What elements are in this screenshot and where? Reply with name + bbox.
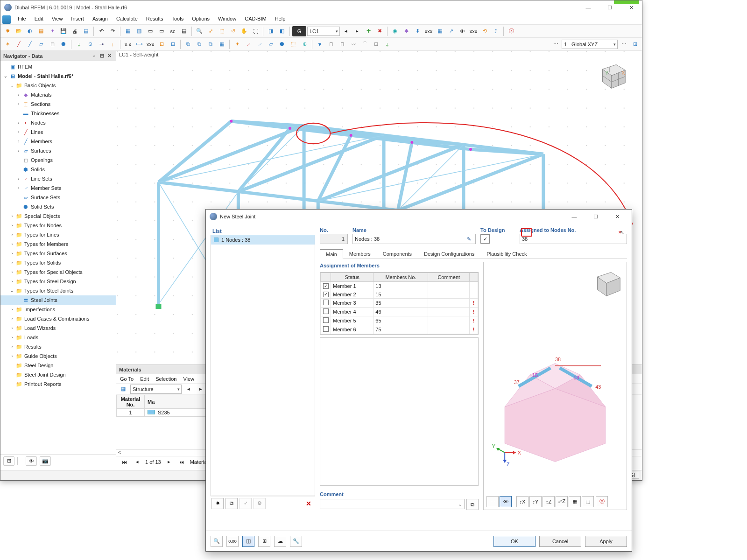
tree-item[interactable]: ›▱Surfaces: [0, 146, 116, 155]
tree-item[interactable]: 📁Printout Reports: [0, 379, 116, 389]
nav-camera-icon[interactable]: 📷: [40, 456, 51, 466]
tab-components[interactable]: Components: [377, 249, 418, 259]
footer-help-icon[interactable]: 🔍: [211, 536, 223, 547]
member-checkbox[interactable]: [323, 317, 329, 323]
member-checkbox[interactable]: [323, 326, 329, 332]
gen1-icon[interactable]: ✦: [232, 39, 242, 49]
tree-item[interactable]: ›📁Guide Objects: [0, 351, 116, 361]
cancel-button[interactable]: Cancel: [539, 536, 581, 547]
menu-cadbim[interactable]: CAD-BIM: [240, 14, 270, 24]
view2-icon[interactable]: ◧: [277, 26, 287, 36]
members-table[interactable]: Status Members No. Comment ✓Member 113✓M…: [320, 272, 479, 335]
tree-item[interactable]: ▬Thicknesses: [0, 109, 116, 118]
display1-icon[interactable]: ◉: [390, 26, 400, 36]
pv-viewz-icon[interactable]: ↕Z: [543, 496, 555, 507]
member-checkbox[interactable]: ✓: [323, 292, 329, 297]
table1-icon[interactable]: ▦: [123, 26, 133, 36]
menu-results[interactable]: Results: [142, 14, 168, 24]
display9-icon[interactable]: ⟲: [479, 26, 490, 36]
load-tool-icon[interactable]: ↓: [107, 39, 118, 49]
gen3-icon[interactable]: ⟋: [254, 39, 265, 49]
tree-item[interactable]: ›📁Load Wizards: [0, 323, 116, 333]
orientation-cube[interactable]: X Y: [593, 56, 630, 93]
materials-selection[interactable]: Selection: [155, 376, 176, 382]
footer-view1-icon[interactable]: ◫: [242, 536, 254, 547]
tree-basic-objects[interactable]: ⌄📁Basic Objects: [0, 81, 116, 90]
display4-icon[interactable]: xxx: [423, 26, 434, 36]
materials-prev-icon[interactable]: ◂: [183, 384, 194, 394]
tree-root[interactable]: ▣RFEM: [0, 62, 116, 71]
support-tool-icon[interactable]: ⏚: [74, 39, 84, 49]
tree-item[interactable]: ⬢Solids: [0, 165, 116, 174]
save-icon[interactable]: 💾: [58, 26, 69, 36]
tree-item[interactable]: ›📁Types for Nodes: [0, 221, 116, 230]
node-tool-icon[interactable]: ✶: [2, 39, 13, 49]
beam6-icon[interactable]: ⏚: [382, 39, 392, 49]
display7-icon[interactable]: 👁: [457, 26, 467, 36]
tree-item[interactable]: ⬢Solid Sets: [0, 202, 116, 211]
coord-system-combo[interactable]: 1 - Global XYZ: [562, 40, 618, 49]
opening-tool-icon[interactable]: ◻: [47, 39, 57, 49]
footer-view2-icon[interactable]: ⊞: [258, 536, 270, 547]
minimize-button[interactable]: —: [578, 0, 599, 14]
pager-first-icon[interactable]: ⏮: [119, 457, 129, 467]
member-checkbox[interactable]: [323, 308, 329, 314]
toolbar-overflow-icon[interactable]: ⋯: [550, 39, 561, 49]
gen6-icon[interactable]: ⬚: [288, 39, 298, 49]
release-tool-icon[interactable]: ⊸: [96, 39, 106, 49]
gen5-icon[interactable]: ⬢: [277, 39, 287, 49]
menu-insert[interactable]: Insert: [67, 14, 88, 24]
tree-item[interactable]: ›📁Imperfections: [0, 305, 116, 314]
zoom-prev-icon[interactable]: ↺: [228, 26, 238, 36]
tree-item[interactable]: ›📁Types for Special Objects: [0, 267, 116, 277]
menu-edit[interactable]: Edit: [30, 14, 48, 24]
display8-icon[interactable]: xxx: [468, 26, 479, 36]
menu-file[interactable]: File: [14, 14, 30, 24]
tree-item[interactable]: ›╱Lines: [0, 127, 116, 137]
app-logo-icon[interactable]: [2, 15, 11, 24]
navigator-pin-icon[interactable]: ⊟: [98, 53, 106, 59]
tree-item[interactable]: ›⟋Member Sets: [0, 183, 116, 193]
block-icon[interactable]: ▦: [36, 26, 46, 36]
menu-calculate[interactable]: Calculate: [112, 14, 142, 24]
beam4-icon[interactable]: ⌒: [359, 39, 370, 49]
nav-eye-icon[interactable]: 👁: [26, 456, 37, 466]
display6-icon[interactable]: ↗: [446, 26, 456, 36]
display3-icon[interactable]: ⬍: [412, 26, 423, 36]
tree-item[interactable]: ›📁Types for Lines: [0, 230, 116, 239]
member-row[interactable]: Member 565!: [321, 316, 478, 325]
set3-icon[interactable]: ⧉: [205, 39, 216, 49]
menu-window[interactable]: Window: [214, 14, 240, 24]
tab-plausibility[interactable]: Plausibility Check: [480, 249, 533, 259]
member-row[interactable]: Member 335!: [321, 299, 478, 308]
dim5-icon[interactable]: ⊞: [168, 39, 178, 49]
tree-steel-joints-folder[interactable]: ⌄📁Types for Steel Joints: [0, 286, 116, 295]
navigator-close-icon[interactable]: ✕: [106, 53, 113, 59]
results-icon[interactable]: ▤: [179, 26, 189, 36]
dim-xx-icon[interactable]: x.x: [123, 39, 133, 49]
dialog-minimize-button[interactable]: —: [564, 210, 585, 224]
print-icon[interactable]: 🖨: [70, 26, 80, 36]
dialog-close-button[interactable]: ✕: [606, 210, 628, 224]
set2-icon[interactable]: ⧉: [194, 39, 204, 49]
list-item[interactable]: 1 Nodes : 38: [211, 235, 315, 245]
tree-item[interactable]: ◻Openings: [0, 155, 116, 165]
pv-render-icon[interactable]: ▦: [569, 496, 581, 507]
last-icon[interactable]: ⊞: [630, 39, 640, 49]
name-edit-icon[interactable]: ✎: [464, 236, 473, 242]
todesign-checkbox[interactable]: ✓: [480, 234, 490, 244]
pv-tool1-icon[interactable]: ⋯: [486, 496, 499, 507]
tree-item[interactable]: ›📁Loads: [0, 333, 116, 342]
set4-icon[interactable]: ▦: [217, 39, 227, 49]
tab-design-config[interactable]: Design Configurations: [418, 249, 480, 259]
tree-item[interactable]: ›📁Types for Solids: [0, 258, 116, 267]
table2-icon[interactable]: ▥: [134, 26, 144, 36]
lc-del-icon[interactable]: ✖: [374, 26, 385, 36]
menu-help[interactable]: Help: [271, 14, 290, 24]
list-copy-icon[interactable]: ⧉: [226, 498, 238, 509]
tab-members[interactable]: Members: [343, 249, 377, 259]
list-new-icon[interactable]: ✸: [211, 498, 224, 509]
tree-item[interactable]: ›📁Load Cases & Combinations: [0, 314, 116, 323]
list-options-icon[interactable]: ⚙: [254, 498, 266, 509]
tree-item[interactable]: ▱Surface Sets: [0, 193, 116, 202]
